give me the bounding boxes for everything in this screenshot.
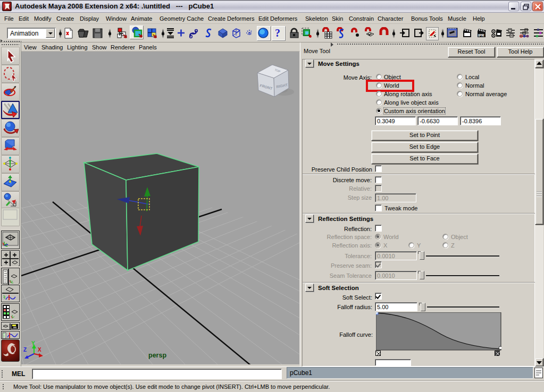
- svg-text:Z: Z: [23, 347, 27, 353]
- svg-text:IPR: IPR: [478, 33, 484, 37]
- svg-text:Y: Y: [31, 340, 35, 346]
- svg-text:X: X: [38, 347, 41, 353]
- svg-text:?: ?: [275, 27, 280, 39]
- svg-text:persp: persp: [148, 352, 166, 359]
